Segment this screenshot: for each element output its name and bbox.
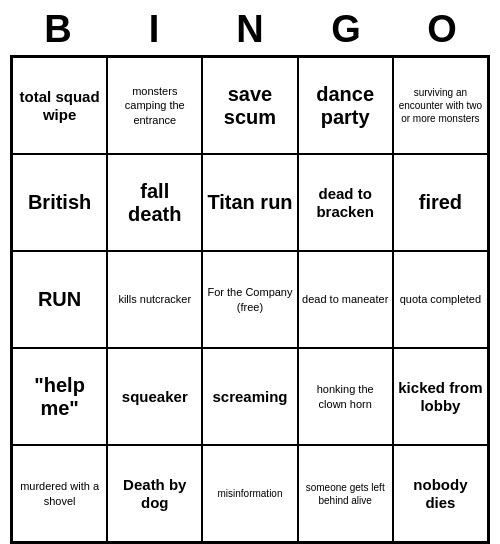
cell-12[interactable]: For the Company (free) [202,251,297,348]
cell-18[interactable]: honking the clown horn [298,348,393,445]
cell-0[interactable]: total squad wipe [12,57,107,154]
letter-b: B [34,8,82,51]
cell-13[interactable]: dead to maneater [298,251,393,348]
cell-14[interactable]: quota completed [393,251,488,348]
cell-17[interactable]: screaming [202,348,297,445]
cell-6[interactable]: fall death [107,154,202,251]
cell-11[interactable]: kills nutcracker [107,251,202,348]
cell-5[interactable]: British [12,154,107,251]
cell-1[interactable]: monsters camping the entrance [107,57,202,154]
bingo-grid: total squad wipemonsters camping the ent… [10,55,490,544]
letter-n: N [226,8,274,51]
cell-22[interactable]: misinformation [202,445,297,542]
cell-16[interactable]: squeaker [107,348,202,445]
cell-19[interactable]: kicked from lobby [393,348,488,445]
cell-7[interactable]: Titan run [202,154,297,251]
letter-o: O [418,8,466,51]
cell-2[interactable]: save scum [202,57,297,154]
cell-20[interactable]: murdered with a shovel [12,445,107,542]
cell-10[interactable]: RUN [12,251,107,348]
cell-15[interactable]: "help me" [12,348,107,445]
cell-4[interactable]: surviving an encounter with two or more … [393,57,488,154]
cell-8[interactable]: dead to bracken [298,154,393,251]
cell-21[interactable]: Death by dog [107,445,202,542]
letter-g: G [322,8,370,51]
cell-3[interactable]: dance party [298,57,393,154]
cell-24[interactable]: nobody dies [393,445,488,542]
cell-23[interactable]: someone gets left behind alive [298,445,393,542]
cell-9[interactable]: fired [393,154,488,251]
letter-i: I [130,8,178,51]
bingo-title: B I N G O [10,8,490,51]
